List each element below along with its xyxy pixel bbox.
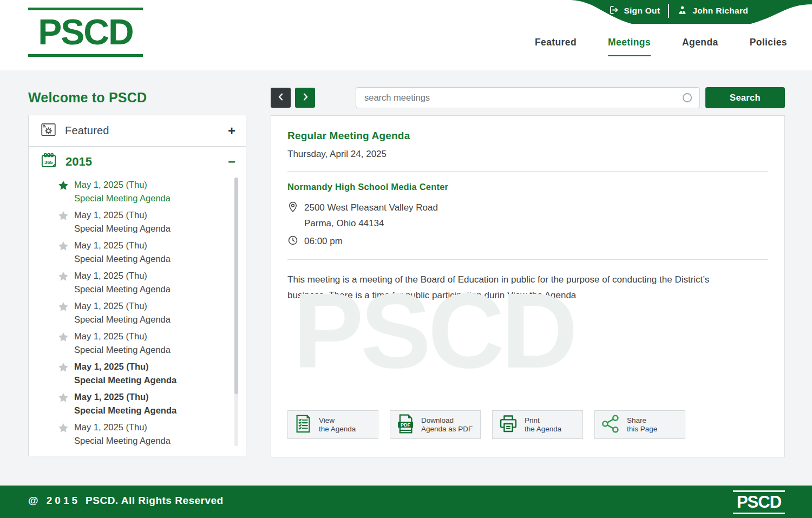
- star-icon[interactable]: [57, 271, 69, 285]
- view-agenda-button[interactable]: Viewthe Agenda: [287, 410, 378, 439]
- star-filled-icon[interactable]: [57, 180, 69, 194]
- sidebar-section-featured[interactable]: Featured +: [29, 115, 246, 147]
- svg-text:365: 365: [44, 160, 53, 165]
- meeting-list-item[interactable]: May 1, 2025 (Thu)Special Meeting Agenda: [29, 268, 246, 298]
- nav-item-featured[interactable]: Featured: [535, 37, 577, 56]
- user-menu[interactable]: John Richard: [677, 5, 748, 17]
- search-button[interactable]: Search: [705, 87, 785, 108]
- meeting-item-title: Special Meeting Agenda: [74, 222, 224, 235]
- main-nav: FeaturedMeetingsAgendaPolicies: [535, 37, 787, 56]
- location-pin-icon: [287, 200, 298, 231]
- divider: [287, 259, 768, 260]
- meeting-item-date: May 1, 2025 (Thu): [74, 390, 224, 404]
- meeting-list-item[interactable]: May 1, 2025 (Thu)Special Meeting Agenda: [29, 419, 246, 450]
- sign-out-label: Sign Out: [624, 6, 660, 16]
- clock-icon: [287, 235, 298, 248]
- main-content: Welcome to PSCD Featured +: [0, 70, 812, 486]
- meeting-item-title: Special Meeting Agenda: [74, 373, 224, 387]
- address-lines: 2500 West Pleasant Valley Road Parma, Oh…: [304, 200, 438, 231]
- printer-icon: [498, 414, 519, 435]
- meeting-list-item[interactable]: May 1, 2025 (Thu)Special Meeting Agenda: [29, 389, 246, 419]
- meeting-item-date: May 1, 2025 (Thu): [74, 269, 224, 283]
- scrollbar-thumb[interactable]: [234, 178, 238, 394]
- meeting-list-item[interactable]: May 1, 2025 (Thu)Special Meeting Agenda: [29, 207, 246, 238]
- calendar-icon: 365: [41, 153, 57, 171]
- share-icon: [600, 414, 621, 435]
- address-row: 2500 West Pleasant Valley Road Parma, Oh…: [287, 200, 768, 231]
- user-icon: [677, 5, 687, 17]
- sign-out-button[interactable]: Sign Out: [608, 5, 660, 17]
- download-pdf-button[interactable]: PDFDownloadAgenda as PDF: [390, 410, 481, 439]
- star-icon[interactable]: [57, 240, 69, 254]
- meeting-item-title: Special Meeting Agenda: [74, 343, 224, 357]
- meeting-list-item[interactable]: May 1, 2025 (Thu)Special Meeting Agenda: [29, 238, 246, 268]
- footer-logo-bottom-bar: [733, 513, 785, 514]
- star-icon[interactable]: [57, 362, 69, 376]
- next-page-button[interactable]: [295, 88, 315, 108]
- scrollbar-track[interactable]: [234, 178, 238, 446]
- logo-text: PSCD: [28, 10, 143, 54]
- search-field-wrap: [356, 87, 700, 108]
- chevron-right-icon: [300, 92, 310, 103]
- meeting-list-item[interactable]: May 1, 2025 (Thu)Special Meeting Agenda: [29, 298, 246, 329]
- footer-logo[interactable]: PSCD: [733, 490, 785, 514]
- meeting-item-date: May 1, 2025 (Thu): [74, 208, 224, 222]
- meeting-item-date: May 1, 2025 (Thu): [74, 421, 224, 434]
- search-input[interactable]: [356, 87, 700, 108]
- star-icon[interactable]: [57, 422, 69, 436]
- footer-logo-text: PSCD: [733, 492, 785, 513]
- meeting-item-date: May 1, 2025 (Thu): [74, 299, 224, 313]
- meeting-item-title: Special Meeting Agenda: [74, 313, 224, 326]
- action-buttons: Viewthe AgendaPDFDownloadAgenda as PDFPr…: [287, 410, 685, 439]
- share-page-button[interactable]: Sharethis Page: [594, 410, 685, 439]
- copyright-year: @ 2015: [28, 495, 80, 506]
- meeting-list-item[interactable]: May 1, 2025 (Thu)Special Meeting Agenda: [29, 329, 246, 359]
- collapse-minus-icon[interactable]: −: [228, 155, 235, 168]
- print-agenda-button[interactable]: Printthe Agenda: [492, 410, 583, 439]
- expand-plus-icon[interactable]: +: [228, 124, 235, 137]
- logo-bottom-bar: [28, 54, 143, 57]
- featured-section-label: Featured: [65, 124, 228, 137]
- nav-item-agenda[interactable]: Agenda: [682, 37, 718, 56]
- sidebar-section-2015[interactable]: 365 2015 −: [29, 147, 246, 177]
- search-circle-icon: [682, 93, 692, 105]
- meeting-item-title: Special Meeting Agenda: [74, 192, 224, 205]
- time-row: 06:00 pm: [287, 235, 768, 248]
- action-button-label: Printthe Agenda: [525, 416, 561, 434]
- site-logo[interactable]: PSCD: [28, 8, 143, 57]
- meeting-item-title: Special Meeting Agenda: [74, 434, 224, 448]
- star-icon[interactable]: [57, 331, 69, 345]
- action-button-label: Sharethis Page: [627, 416, 657, 434]
- star-icon[interactable]: [57, 301, 69, 315]
- meeting-card: Regular Meeting Agenda Thursday, April 2…: [271, 115, 785, 457]
- meeting-item-title: Special Meeting Agenda: [74, 404, 224, 417]
- action-button-label: Viewthe Agenda: [319, 416, 356, 434]
- meeting-list-item[interactable]: May 1, 2025 (Thu)Special Meeting Agenda: [29, 177, 246, 207]
- copyright: @ 2015PSCD. All Rights Reserved: [28, 495, 224, 507]
- meeting-time: 06:00 pm: [304, 236, 343, 247]
- banner-divider: [668, 4, 669, 18]
- meeting-title: Regular Meeting Agenda: [287, 130, 768, 142]
- year-section-label: 2015: [66, 155, 228, 169]
- meeting-card-inner: Regular Meeting Agenda Thursday, April 2…: [271, 116, 784, 457]
- star-icon[interactable]: [57, 392, 69, 406]
- previous-page-button[interactable]: [271, 88, 291, 108]
- pdf-icon: PDF: [396, 414, 415, 436]
- meeting-item-date: May 1, 2025 (Thu): [74, 239, 224, 252]
- user-name: John Richard: [692, 6, 748, 16]
- meeting-item-title: Special Meeting Agenda: [74, 283, 224, 296]
- star-icon[interactable]: [57, 210, 69, 224]
- featured-window-gear-icon: [41, 122, 56, 139]
- meeting-list: May 1, 2025 (Thu)Special Meeting AgendaM…: [29, 177, 246, 456]
- copyright-text: PSCD. All Rights Reserved: [86, 495, 224, 506]
- user-banner: Sign Out John Richard: [608, 4, 748, 18]
- nav-item-policies[interactable]: Policies: [750, 37, 787, 56]
- sign-out-icon: [608, 5, 619, 17]
- watermark-logo: PSCD: [293, 278, 575, 384]
- nav-item-meetings[interactable]: Meetings: [608, 37, 651, 56]
- footer: @ 2015PSCD. All Rights Reserved PSCD: [0, 486, 812, 518]
- sidebar-panel: Featured + 365 2015 −: [28, 115, 246, 456]
- meeting-list-item[interactable]: May 1, 2025 (Thu)Special Meeting Agenda: [29, 359, 246, 389]
- svg-text:PDF: PDF: [401, 422, 411, 428]
- meeting-item-date: May 1, 2025 (Thu): [74, 330, 224, 343]
